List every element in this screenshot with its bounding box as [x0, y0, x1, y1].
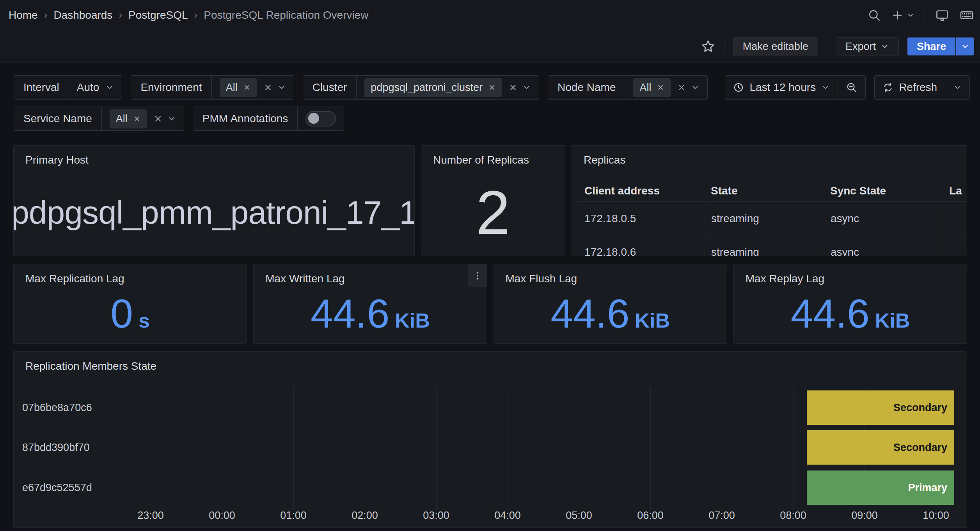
environment-label: Environment: [131, 76, 211, 99]
export-button[interactable]: Export: [836, 37, 899, 55]
stat-value: 44.6KiB: [550, 290, 670, 337]
remove-icon: [657, 84, 664, 91]
interval-select[interactable]: Auto: [69, 76, 122, 99]
breadcrumb-separator: ›: [44, 9, 48, 21]
keyboard-icon[interactable]: [959, 8, 974, 23]
share-menu-button[interactable]: [956, 37, 974, 55]
clear-selection-icon[interactable]: [508, 83, 518, 92]
refresh-icon: [882, 82, 893, 93]
panel-title[interactable]: Primary Host: [25, 154, 89, 166]
monitor-icon[interactable]: [935, 8, 949, 22]
column-header[interactable]: La: [943, 185, 967, 197]
nav-divider: [925, 9, 925, 22]
share-button[interactable]: Share: [907, 37, 955, 55]
table-header-row: Client address State Sync State La: [578, 180, 967, 202]
x-tick: 02:00: [352, 510, 378, 522]
dashboard-controls: Interval Auto Environment All Cluster: [14, 75, 967, 131]
replica-count-value: 2: [476, 177, 510, 248]
breadcrumb-home[interactable]: Home: [9, 9, 38, 21]
pmm-annotations-label: PMM Annotations: [193, 107, 298, 130]
replication-members-state-panel: Replication Members State 23:00 00:00 01…: [13, 351, 967, 528]
breadcrumb-current-page: PostgreSQL Replication Overview: [204, 9, 368, 21]
zoom-out-icon: [846, 82, 858, 93]
panel-title[interactable]: Number of Replicas: [433, 154, 529, 166]
series-label: 07b6be8a70c6: [22, 402, 92, 414]
service-name-value-chip[interactable]: All: [110, 109, 147, 128]
star-icon[interactable]: [701, 39, 715, 54]
add-panel-button[interactable]: [891, 9, 914, 21]
search-icon[interactable]: [868, 9, 881, 22]
max-replay-lag-panel: Max Replay Lag 44.6KiB: [733, 264, 967, 344]
cell-sync-state: async: [824, 235, 943, 256]
refresh-interval-dropdown[interactable]: [945, 76, 969, 99]
x-tick: 05:00: [566, 510, 592, 522]
interval-label: Interval: [14, 76, 69, 99]
column-header[interactable]: Client address: [578, 185, 705, 197]
breadcrumb-dashboards[interactable]: Dashboards: [53, 9, 112, 21]
chevron-down-icon: [881, 42, 889, 51]
primary-host-panel: Primary Host pdpgsql_pmm_patroni_17_1: [13, 145, 415, 256]
x-tick: 00:00: [209, 510, 235, 522]
cell-lag: [943, 235, 967, 256]
chevron-down-icon[interactable]: [167, 114, 176, 123]
zoom-out-time-button[interactable]: [838, 76, 865, 99]
breadcrumb-separator: ›: [194, 9, 198, 21]
cluster-value-chip[interactable]: pdpgsql_patroni_cluster: [364, 78, 502, 97]
clear-selection-icon[interactable]: [153, 114, 163, 123]
panel-title[interactable]: Max Replay Lag: [746, 273, 824, 285]
top-nav: Home › Dashboards › PostgreSQL › Postgre…: [0, 0, 980, 30]
cell-state: streaming: [705, 235, 824, 256]
interval-variable: Interval Auto: [14, 75, 122, 100]
pmm-annotations-control: PMM Annotations: [193, 107, 344, 131]
remove-icon: [133, 115, 141, 123]
clock-icon: [733, 82, 744, 93]
x-tick: 04:00: [494, 510, 521, 522]
remove-icon: [488, 84, 496, 91]
series-label: 87bdd390bf70: [22, 442, 90, 454]
refresh-button[interactable]: Refresh: [875, 76, 945, 99]
chevron-down-icon[interactable]: [522, 83, 531, 92]
column-header[interactable]: State: [705, 185, 824, 197]
service-name-label: Service Name: [14, 107, 102, 130]
chevron-down-icon[interactable]: [691, 83, 699, 92]
chevron-down-icon: [105, 83, 114, 92]
kebab-icon: [472, 271, 483, 281]
clear-selection-icon[interactable]: [677, 83, 686, 92]
series-label: e67d9c52557d: [22, 482, 92, 494]
chevron-down-icon[interactable]: [277, 83, 286, 92]
environment-value-chip[interactable]: All: [220, 78, 257, 97]
refresh-picker: Refresh: [874, 75, 970, 100]
replicas-panel: Replicas Client address State Sync State…: [572, 145, 967, 256]
state-bar-secondary[interactable]: Secondary: [807, 390, 954, 425]
panel-title[interactable]: Max Replication Lag: [25, 273, 124, 285]
stat-value: 44.6KiB: [311, 290, 430, 337]
cell-client-address: 172.18.0.5: [578, 212, 705, 225]
x-tick: 07:00: [708, 510, 735, 522]
breadcrumb-postgresql[interactable]: PostgreSQL: [128, 9, 188, 21]
panel-title[interactable]: Max Written Lag: [265, 273, 344, 285]
chevron-down-icon: [821, 83, 830, 92]
pmm-annotations-toggle[interactable]: [298, 107, 344, 130]
panel-title[interactable]: Replicas: [584, 154, 625, 166]
column-header[interactable]: Sync State: [824, 185, 943, 197]
make-editable-button[interactable]: Make editable: [733, 37, 818, 55]
panel-title[interactable]: Max Flush Lag: [506, 273, 577, 285]
x-tick: 10:00: [923, 510, 949, 522]
max-flush-lag-panel: Max Flush Lag 44.6KiB: [494, 264, 727, 344]
service-name-variable: Service Name All: [14, 107, 184, 131]
chevron-down-icon: [953, 83, 962, 92]
plus-icon: [891, 9, 904, 21]
cell-lag: [943, 202, 967, 235]
state-bar-primary[interactable]: Primary: [807, 470, 954, 505]
x-tick: 06:00: [637, 510, 664, 522]
cell-client-address: 172.18.0.6: [578, 246, 705, 257]
cluster-label: Cluster: [303, 76, 357, 99]
replicas-table: Client address State Sync State La 172.1…: [578, 180, 967, 256]
node-name-value-chip[interactable]: All: [633, 78, 671, 97]
clear-selection-icon[interactable]: [263, 83, 273, 92]
state-timeline-chart[interactable]: 23:00 00:00 01:00 02:00 03:00 04:00 05:0…: [14, 352, 967, 527]
primary-host-value: pdpgsql_pmm_patroni_17_1: [13, 194, 415, 232]
time-range-button[interactable]: Last 12 hours: [725, 76, 838, 99]
x-tick: 23:00: [137, 510, 164, 522]
state-bar-secondary[interactable]: Secondary: [807, 430, 954, 465]
